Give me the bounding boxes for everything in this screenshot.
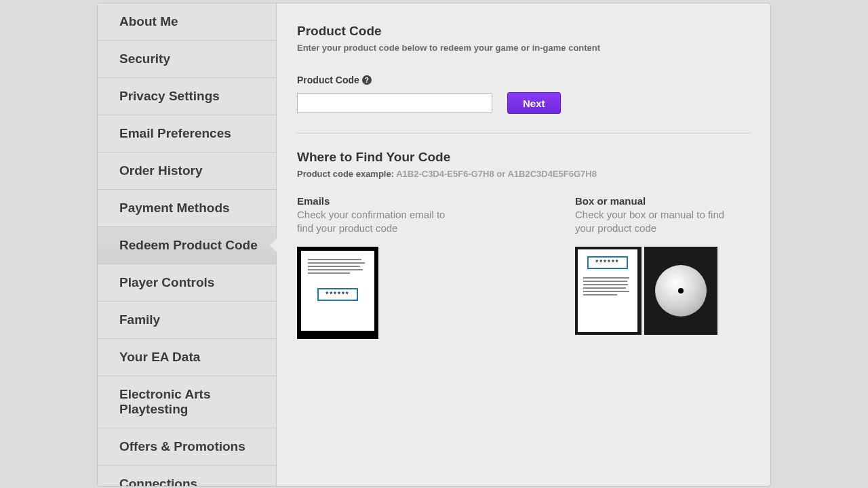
sidebar-item-connections[interactable]: Connections [98, 466, 276, 487]
sidebar-item-about-me[interactable]: About Me [98, 3, 276, 41]
disc-icon [655, 265, 707, 317]
sidebar-item-player-controls[interactable]: Player Controls [98, 264, 276, 302]
box-illustration-icon: ****** [575, 247, 717, 335]
sidebar-item-privacy-settings[interactable]: Privacy Settings [98, 78, 276, 115]
field-label-text: Product Code [297, 75, 359, 85]
sidebar-item-ea-playtesting[interactable]: Electronic Arts Playtesting [98, 376, 276, 428]
find-box-column: Box or manual Check your box or manual t… [575, 195, 731, 339]
sidebar-item-your-ea-data[interactable]: Your EA Data [98, 339, 276, 376]
box-desc: Check your box or manual to find your pr… [575, 208, 731, 235]
sidebar: About Me Security Privacy Settings Email… [98, 3, 277, 486]
sidebar-item-security[interactable]: Security [98, 41, 276, 78]
emails-desc: Check your confirmation email to find yo… [297, 208, 453, 235]
sidebar-item-payment-methods[interactable]: Payment Methods [98, 190, 276, 227]
settings-panel: About Me Security Privacy Settings Email… [97, 3, 771, 487]
where-title: Where to Find Your Code [297, 150, 750, 165]
sidebar-item-offers-promotions[interactable]: Offers & Promotions [98, 428, 276, 466]
email-illustration-icon: ****** [297, 247, 378, 339]
example-row: Product code example: A1B2-C3D4-E5F6-G7H… [297, 169, 750, 179]
sidebar-item-redeem-product-code[interactable]: Redeem Product Code [98, 227, 276, 264]
find-columns: Emails Check your confirmation email to … [297, 195, 750, 339]
product-code-label: Product Code ? [297, 75, 750, 85]
page-title: Product Code [297, 24, 750, 39]
example-value: A1B2-C3D4-E5F6-G7H8 or A1B2C3D4E5F6G7H8 [396, 169, 597, 179]
emails-heading: Emails [297, 195, 453, 207]
next-button[interactable]: Next [507, 92, 561, 114]
page-subtitle: Enter your product code below to redeem … [297, 43, 750, 53]
main-content: Product Code Enter your product code bel… [277, 3, 770, 486]
input-row: Next [297, 92, 750, 114]
product-code-input[interactable] [297, 93, 492, 113]
find-emails-column: Emails Check your confirmation email to … [297, 195, 453, 339]
help-icon[interactable]: ? [362, 75, 372, 85]
email-code-box: ****** [317, 288, 357, 301]
sidebar-item-email-preferences[interactable]: Email Preferences [98, 115, 276, 152]
sidebar-item-order-history[interactable]: Order History [98, 152, 276, 190]
sidebar-item-family[interactable]: Family [98, 302, 276, 339]
example-label: Product code example: [297, 169, 394, 179]
box-heading: Box or manual [575, 195, 731, 207]
divider [297, 133, 750, 134]
manual-code-box: ****** [587, 256, 627, 269]
